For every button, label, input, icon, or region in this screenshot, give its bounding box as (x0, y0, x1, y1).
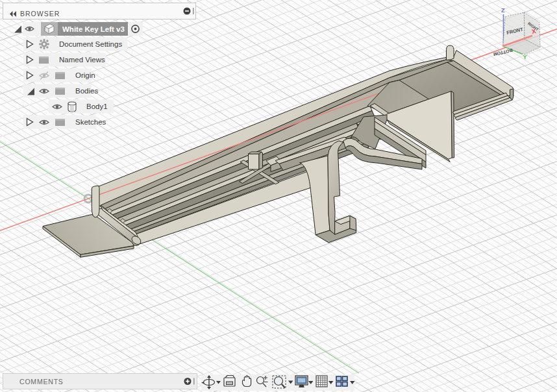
svg-text:Document Settings: Document Settings (59, 40, 122, 48)
svg-text:Sketches: Sketches (75, 118, 106, 126)
svg-text:Z: Z (501, 7, 505, 14)
svg-text:Bodies: Bodies (75, 87, 98, 95)
svg-text:White Key Left v3: White Key Left v3 (62, 25, 125, 33)
svg-text:Named Views: Named Views (59, 56, 105, 64)
svg-text:BROWSER: BROWSER (20, 10, 60, 18)
svg-text:Y: Y (523, 54, 527, 60)
svg-text:Body1: Body1 (86, 103, 108, 110)
svg-text:BOTTOM: BOTTOM (493, 48, 513, 57)
svg-text:Origin: Origin (75, 71, 95, 79)
